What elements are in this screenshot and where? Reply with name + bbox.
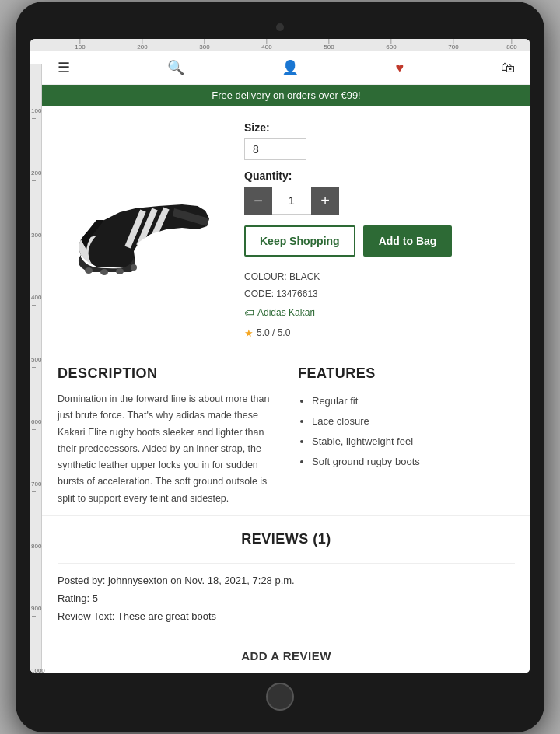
review-rating: Rating: 5	[58, 592, 515, 604]
header: ☰ 🔍 👤 ♥ 🛍	[42, 51, 530, 85]
product-code: CODE: 13476613	[244, 286, 515, 303]
review-text: Review Text: These are great boots	[58, 610, 515, 622]
tablet-frame: 100 200 300 400 500 600 700 800 100 200 …	[16, 2, 544, 732]
ruler-mark-left-600: 600	[30, 418, 41, 432]
ruler-mark-left-100: 100	[30, 107, 41, 121]
action-buttons: Keep Shopping Add to Bag	[244, 225, 515, 257]
keep-shopping-button[interactable]: Keep Shopping	[244, 225, 355, 257]
feature-item-4: Soft ground rugby boots	[312, 452, 515, 472]
tag-icon: 🏷	[244, 304, 254, 322]
brand-link[interactable]: Adidas Kakari	[257, 305, 315, 322]
ruler-mark-500: 500	[324, 39, 334, 51]
product-details: Size: 8 Quantity: − 1 + Keep Shopping Ad…	[244, 114, 515, 342]
rating-star: ★	[244, 324, 254, 342]
size-box[interactable]: 8	[244, 138, 306, 160]
ruler-mark-left-400: 400	[30, 294, 41, 308]
ruler-mark-left-300: 300	[30, 232, 41, 246]
add-to-bag-button[interactable]: Add to Bag	[363, 225, 453, 257]
svg-point-6	[131, 264, 137, 271]
ruler-mark-800: 800	[506, 39, 516, 51]
ruler-mark-400: 400	[261, 39, 271, 51]
ruler-mark-left-200: 200	[30, 170, 41, 184]
feature-item-1: Regular fit	[312, 391, 515, 411]
account-icon[interactable]: 👤	[282, 59, 299, 76]
menu-icon[interactable]: ☰	[58, 59, 70, 76]
delivery-banner: Free delivery on orders over €99!	[42, 85, 530, 106]
feature-item-3: Stable, lightweight feel	[312, 432, 515, 452]
add-review-label: ADD A REVIEW	[241, 649, 331, 662]
svg-point-3	[85, 267, 93, 274]
quantity-controls: − 1 +	[244, 187, 515, 215]
description-title: DESCRIPTION	[58, 365, 275, 382]
wishlist-icon[interactable]: ♥	[395, 60, 404, 76]
features-list: Regular fit Lace closure Stable, lightwe…	[298, 391, 515, 472]
product-rating: 5.0 / 5.0	[257, 325, 290, 342]
home-button[interactable]	[266, 683, 294, 711]
ruler-mark-100: 100	[75, 39, 85, 51]
ruler-top: 100 200 300 400 500 600 700 800	[30, 39, 530, 51]
quantity-value: 1	[272, 187, 311, 215]
review-card: Posted by: johnnysexton on Nov. 18, 2021…	[58, 563, 515, 622]
svg-point-4	[100, 269, 108, 275]
features-title: FEATURES	[298, 365, 515, 382]
features-column: FEATURES Regular fit Lace closure Stable…	[298, 365, 515, 507]
svg-point-5	[116, 268, 124, 274]
search-icon[interactable]: 🔍	[167, 59, 184, 76]
ruler-mark-left-800: 800	[30, 543, 41, 557]
product-colour: COLOUR: BLACK	[244, 269, 515, 286]
product-image	[65, 166, 221, 290]
quantity-label: Quantity:	[244, 170, 515, 182]
cart-icon[interactable]: 🛍	[501, 60, 515, 76]
review-posted-by: Posted by: johnnysexton on Nov. 18, 2021…	[58, 575, 515, 586]
info-section: DESCRIPTION Domination in the forward li…	[42, 350, 530, 515]
reviews-title: REVIEWS (1)	[58, 531, 515, 547]
quantity-increase-button[interactable]: +	[311, 187, 339, 215]
ruler-mark-700: 700	[448, 39, 458, 51]
product-section: Size: 8 Quantity: − 1 + Keep Shopping Ad…	[42, 106, 530, 350]
description-column: DESCRIPTION Domination in the forward li…	[58, 365, 275, 507]
ruler-left: 100 200 300 400 500 600 700 800 900 1000	[30, 64, 42, 673]
add-review-section[interactable]: ADD A REVIEW	[42, 638, 530, 673]
banner-text: Free delivery on orders over €99!	[212, 89, 360, 101]
quantity-decrease-button[interactable]: −	[244, 187, 272, 215]
product-meta: COLOUR: BLACK CODE: 13476613 🏷 Adidas Ka…	[244, 269, 515, 342]
tablet-camera	[276, 23, 284, 31]
description-text: Domination in the forward line is about …	[58, 391, 275, 507]
ruler-mark-left-500: 500	[30, 356, 41, 370]
tablet-screen: 100 200 300 400 500 600 700 800 100 200 …	[30, 39, 530, 673]
ruler-mark-200: 200	[137, 39, 147, 51]
ruler-mark-600: 600	[386, 39, 396, 51]
reviews-section: REVIEWS (1) Posted by: johnnysexton on N…	[42, 515, 530, 638]
size-label: Size:	[244, 121, 515, 134]
product-image-area	[58, 114, 229, 342]
ruler-mark-300: 300	[199, 39, 209, 51]
ruler-mark-left-700: 700	[30, 481, 41, 495]
feature-item-2: Lace closure	[312, 411, 515, 432]
ruler-mark-left-900: 900	[30, 605, 41, 619]
ruler-mark-left-1000: 1000	[30, 667, 45, 673]
